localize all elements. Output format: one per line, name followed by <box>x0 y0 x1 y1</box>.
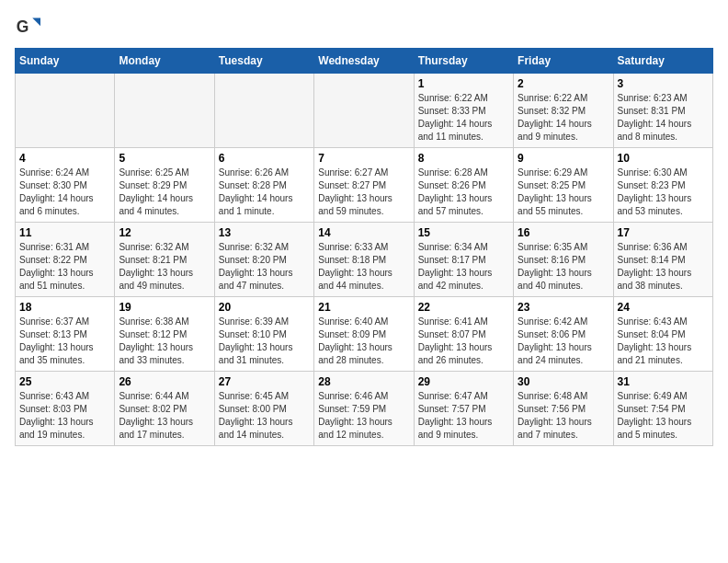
weekday-monday: Monday <box>115 49 214 74</box>
day-number: 22 <box>418 301 509 314</box>
calendar-cell: 7Sunrise: 6:27 AM Sunset: 8:27 PM Daylig… <box>314 148 414 223</box>
calendar-cell: 31Sunrise: 6:49 AM Sunset: 7:54 PM Dayli… <box>613 372 712 446</box>
calendar-cell <box>16 74 115 148</box>
day-number: 6 <box>219 152 310 165</box>
calendar-cell: 4Sunrise: 6:24 AM Sunset: 8:30 PM Daylig… <box>16 148 115 223</box>
day-info: Sunrise: 6:37 AM Sunset: 8:13 PM Dayligh… <box>19 316 110 367</box>
page-header: G <box>15 15 713 40</box>
calendar-cell <box>214 74 313 148</box>
weekday-thursday: Thursday <box>414 49 513 74</box>
calendar-cell: 29Sunrise: 6:47 AM Sunset: 7:57 PM Dayli… <box>414 372 513 446</box>
logo-icon: G <box>15 15 40 40</box>
calendar-cell: 21Sunrise: 6:40 AM Sunset: 8:09 PM Dayli… <box>314 297 414 372</box>
day-info: Sunrise: 6:31 AM Sunset: 8:22 PM Dayligh… <box>19 241 110 293</box>
day-info: Sunrise: 6:45 AM Sunset: 8:00 PM Dayligh… <box>219 390 310 442</box>
calendar-cell <box>314 74 414 148</box>
calendar-cell: 12Sunrise: 6:32 AM Sunset: 8:21 PM Dayli… <box>115 223 214 297</box>
day-info: Sunrise: 6:29 AM Sunset: 8:25 PM Dayligh… <box>518 167 609 218</box>
week-row-0: 1Sunrise: 6:22 AM Sunset: 8:33 PM Daylig… <box>16 74 713 148</box>
day-number: 27 <box>219 375 310 388</box>
calendar-header: SundayMondayTuesdayWednesdayThursdayFrid… <box>16 49 713 74</box>
day-number: 1 <box>418 77 509 90</box>
day-info: Sunrise: 6:39 AM Sunset: 8:10 PM Dayligh… <box>219 316 310 367</box>
day-number: 17 <box>618 226 709 239</box>
week-row-4: 25Sunrise: 6:43 AM Sunset: 8:03 PM Dayli… <box>16 372 713 446</box>
day-number: 20 <box>219 301 310 314</box>
day-info: Sunrise: 6:40 AM Sunset: 8:09 PM Dayligh… <box>318 316 409 367</box>
day-number: 14 <box>318 226 409 239</box>
week-row-2: 11Sunrise: 6:31 AM Sunset: 8:22 PM Dayli… <box>16 223 713 297</box>
day-number: 31 <box>618 375 709 388</box>
day-info: Sunrise: 6:36 AM Sunset: 8:14 PM Dayligh… <box>618 241 709 293</box>
day-number: 5 <box>119 152 210 165</box>
day-info: Sunrise: 6:22 AM Sunset: 8:33 PM Dayligh… <box>418 92 509 144</box>
calendar-table: SundayMondayTuesdayWednesdayThursdayFrid… <box>15 48 713 446</box>
calendar-cell: 9Sunrise: 6:29 AM Sunset: 8:25 PM Daylig… <box>514 148 613 223</box>
day-number: 25 <box>19 375 110 388</box>
calendar-cell: 27Sunrise: 6:45 AM Sunset: 8:00 PM Dayli… <box>214 372 313 446</box>
day-info: Sunrise: 6:33 AM Sunset: 8:18 PM Dayligh… <box>318 241 409 293</box>
day-number: 9 <box>518 152 609 165</box>
day-info: Sunrise: 6:43 AM Sunset: 8:03 PM Dayligh… <box>19 390 110 442</box>
calendar-cell: 19Sunrise: 6:38 AM Sunset: 8:12 PM Dayli… <box>115 297 214 372</box>
weekday-row: SundayMondayTuesdayWednesdayThursdayFrid… <box>16 49 713 74</box>
calendar-cell: 10Sunrise: 6:30 AM Sunset: 8:23 PM Dayli… <box>613 148 712 223</box>
day-number: 15 <box>418 226 509 239</box>
day-number: 4 <box>19 152 110 165</box>
day-info: Sunrise: 6:43 AM Sunset: 8:04 PM Dayligh… <box>618 316 709 367</box>
calendar-cell: 17Sunrise: 6:36 AM Sunset: 8:14 PM Dayli… <box>613 223 712 297</box>
weekday-wednesday: Wednesday <box>314 49 414 74</box>
day-info: Sunrise: 6:24 AM Sunset: 8:30 PM Dayligh… <box>19 167 110 218</box>
day-number: 12 <box>119 226 210 239</box>
day-number: 29 <box>418 375 509 388</box>
weekday-saturday: Saturday <box>613 49 712 74</box>
calendar-cell: 14Sunrise: 6:33 AM Sunset: 8:18 PM Dayli… <box>314 223 414 297</box>
day-info: Sunrise: 6:49 AM Sunset: 7:54 PM Dayligh… <box>618 390 709 442</box>
logo: G <box>15 15 44 40</box>
day-info: Sunrise: 6:22 AM Sunset: 8:32 PM Dayligh… <box>518 92 609 144</box>
calendar-body: 1Sunrise: 6:22 AM Sunset: 8:33 PM Daylig… <box>16 74 713 446</box>
calendar-cell: 3Sunrise: 6:23 AM Sunset: 8:31 PM Daylig… <box>613 74 712 148</box>
day-number: 2 <box>518 77 609 90</box>
calendar-cell: 24Sunrise: 6:43 AM Sunset: 8:04 PM Dayli… <box>613 297 712 372</box>
day-info: Sunrise: 6:47 AM Sunset: 7:57 PM Dayligh… <box>418 390 509 442</box>
calendar-cell: 23Sunrise: 6:42 AM Sunset: 8:06 PM Dayli… <box>514 297 613 372</box>
day-info: Sunrise: 6:32 AM Sunset: 8:21 PM Dayligh… <box>119 241 210 293</box>
calendar-cell: 11Sunrise: 6:31 AM Sunset: 8:22 PM Dayli… <box>16 223 115 297</box>
week-row-1: 4Sunrise: 6:24 AM Sunset: 8:30 PM Daylig… <box>16 148 713 223</box>
calendar-cell: 13Sunrise: 6:32 AM Sunset: 8:20 PM Dayli… <box>214 223 313 297</box>
day-number: 30 <box>518 375 609 388</box>
day-number: 16 <box>518 226 609 239</box>
day-info: Sunrise: 6:46 AM Sunset: 7:59 PM Dayligh… <box>318 390 409 442</box>
calendar-cell: 15Sunrise: 6:34 AM Sunset: 8:17 PM Dayli… <box>414 223 513 297</box>
calendar-cell: 8Sunrise: 6:28 AM Sunset: 8:26 PM Daylig… <box>414 148 513 223</box>
day-number: 3 <box>618 77 709 90</box>
calendar-cell: 2Sunrise: 6:22 AM Sunset: 8:32 PM Daylig… <box>514 74 613 148</box>
day-info: Sunrise: 6:38 AM Sunset: 8:12 PM Dayligh… <box>119 316 210 367</box>
weekday-tuesday: Tuesday <box>214 49 313 74</box>
calendar-cell: 26Sunrise: 6:44 AM Sunset: 8:02 PM Dayli… <box>115 372 214 446</box>
day-info: Sunrise: 6:30 AM Sunset: 8:23 PM Dayligh… <box>618 167 709 218</box>
calendar-cell: 6Sunrise: 6:26 AM Sunset: 8:28 PM Daylig… <box>214 148 313 223</box>
day-number: 21 <box>318 301 409 314</box>
day-info: Sunrise: 6:42 AM Sunset: 8:06 PM Dayligh… <box>518 316 609 367</box>
day-number: 24 <box>618 301 709 314</box>
calendar-cell: 18Sunrise: 6:37 AM Sunset: 8:13 PM Dayli… <box>16 297 115 372</box>
weekday-sunday: Sunday <box>16 49 115 74</box>
day-info: Sunrise: 6:27 AM Sunset: 8:27 PM Dayligh… <box>318 167 409 218</box>
day-info: Sunrise: 6:28 AM Sunset: 8:26 PM Dayligh… <box>418 167 509 218</box>
day-info: Sunrise: 6:34 AM Sunset: 8:17 PM Dayligh… <box>418 241 509 293</box>
day-number: 10 <box>618 152 709 165</box>
calendar-cell: 22Sunrise: 6:41 AM Sunset: 8:07 PM Dayli… <box>414 297 513 372</box>
day-number: 8 <box>418 152 509 165</box>
day-info: Sunrise: 6:25 AM Sunset: 8:29 PM Dayligh… <box>119 167 210 218</box>
day-info: Sunrise: 6:44 AM Sunset: 8:02 PM Dayligh… <box>119 390 210 442</box>
week-row-3: 18Sunrise: 6:37 AM Sunset: 8:13 PM Dayli… <box>16 297 713 372</box>
day-info: Sunrise: 6:26 AM Sunset: 8:28 PM Dayligh… <box>219 167 310 218</box>
day-number: 26 <box>119 375 210 388</box>
day-info: Sunrise: 6:23 AM Sunset: 8:31 PM Dayligh… <box>618 92 709 144</box>
svg-marker-1 <box>32 18 40 27</box>
weekday-friday: Friday <box>514 49 613 74</box>
day-number: 13 <box>219 226 310 239</box>
day-number: 23 <box>518 301 609 314</box>
